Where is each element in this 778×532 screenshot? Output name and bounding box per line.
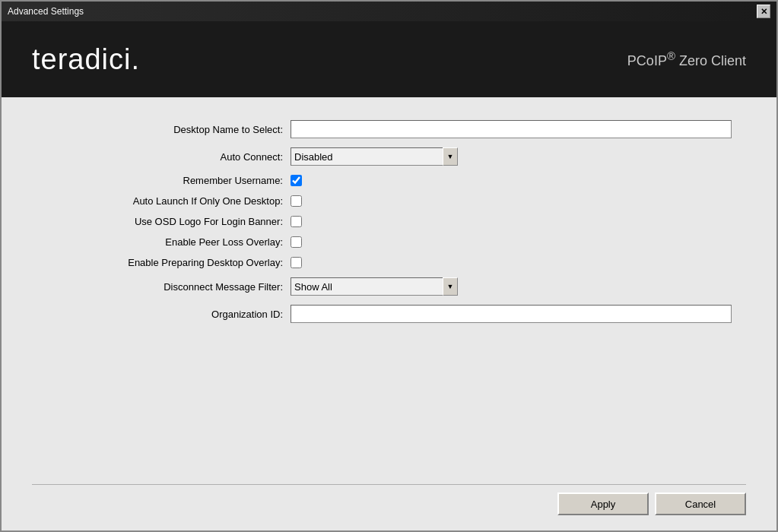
cancel-button[interactable]: Cancel — [655, 492, 746, 515]
label-organization-id: Organization ID: — [32, 309, 291, 320]
osd-logo-checkbox[interactable] — [291, 216, 302, 227]
field-row-preparing-desktop: Enable Preparing Desktop Overlay: — [32, 257, 746, 268]
form-area: Desktop Name to Select: Auto Connect: Di… — [32, 120, 746, 477]
product-name: PCoIP® Zero Client — [627, 53, 746, 68]
organization-id-input[interactable] — [291, 305, 732, 323]
logo-text: teradici. — [32, 43, 140, 75]
label-desktop-name: Desktop Name to Select: — [32, 124, 291, 135]
label-preparing-desktop: Enable Preparing Desktop Overlay: — [32, 257, 291, 268]
field-row-osd-logo: Use OSD Logo For Login Banner: — [32, 216, 746, 227]
disconnect-filter-select[interactable]: Show All Show None Show Error Only — [291, 277, 458, 296]
field-row-remember-username: Remember Username: — [32, 175, 746, 186]
field-row-desktop-name: Desktop Name to Select: — [32, 120, 746, 138]
remember-username-checkbox[interactable] — [291, 175, 302, 186]
auto-launch-checkbox[interactable] — [291, 195, 302, 207]
disconnect-filter-select-wrapper: Show All Show None Show Error Only ▼ — [291, 277, 458, 296]
field-row-organization-id: Organization ID: — [32, 305, 746, 323]
peer-loss-checkbox[interactable] — [291, 236, 302, 248]
field-row-auto-connect: Auto Connect: Disabled Enabled ▼ — [32, 147, 746, 166]
desktop-name-input[interactable] — [291, 120, 732, 138]
product-name-container: PCoIP® Zero Client — [627, 49, 746, 69]
auto-connect-select[interactable]: Disabled Enabled — [291, 147, 458, 166]
content-area: Desktop Name to Select: Auto Connect: Di… — [2, 97, 776, 530]
main-window: Advanced Settings ✕ teradici. PCoIP® Zer… — [0, 0, 778, 532]
close-button[interactable]: ✕ — [757, 5, 770, 18]
field-row-peer-loss: Enable Peer Loss Overlay: — [32, 236, 746, 248]
header-bar: teradici. PCoIP® Zero Client — [2, 21, 776, 97]
window-title: Advanced Settings — [8, 6, 84, 17]
apply-button[interactable]: Apply — [557, 492, 649, 515]
label-auto-connect: Auto Connect: — [32, 151, 291, 163]
label-osd-logo: Use OSD Logo For Login Banner: — [32, 216, 291, 227]
title-bar: Advanced Settings ✕ — [2, 2, 776, 21]
label-remember-username: Remember Username: — [32, 175, 291, 186]
teradici-logo: teradici. — [32, 43, 140, 76]
label-disconnect-filter: Disconnect Message Filter: — [32, 281, 291, 293]
label-auto-launch: Auto Launch If Only One Desktop: — [32, 195, 291, 207]
label-peer-loss: Enable Peer Loss Overlay: — [32, 236, 291, 248]
auto-connect-select-wrapper: Disabled Enabled ▼ — [291, 147, 458, 166]
preparing-desktop-checkbox[interactable] — [291, 257, 302, 268]
field-row-disconnect-filter: Disconnect Message Filter: Show All Show… — [32, 277, 746, 296]
button-row: Apply Cancel — [32, 484, 746, 515]
field-row-auto-launch: Auto Launch If Only One Desktop: — [32, 195, 746, 207]
